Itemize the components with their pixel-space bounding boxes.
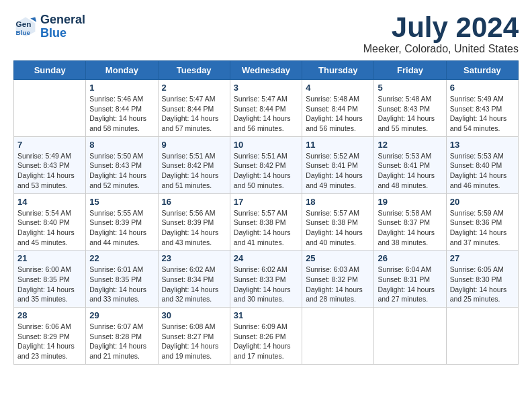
day-number: 14 bbox=[17, 197, 82, 207]
day-info: Sunrise: 5:54 AM Sunset: 8:40 PM Dayligh… bbox=[17, 208, 82, 248]
week-row-2: 7Sunrise: 5:49 AM Sunset: 8:43 PM Daylig… bbox=[14, 136, 519, 193]
day-number: 24 bbox=[234, 253, 298, 263]
day-info: Sunrise: 5:51 AM Sunset: 8:42 PM Dayligh… bbox=[162, 151, 226, 191]
logo-line2: Blue bbox=[40, 26, 66, 40]
calendar-table: SundayMondayTuesdayWednesdayThursdayFrid… bbox=[13, 60, 519, 365]
day-info: Sunrise: 6:02 AM Sunset: 8:34 PM Dayligh… bbox=[162, 265, 226, 304]
day-info: Sunrise: 6:00 AM Sunset: 8:35 PM Dayligh… bbox=[17, 265, 82, 304]
day-header-wednesday: Wednesday bbox=[230, 61, 302, 80]
week-row-5: 28Sunrise: 6:06 AM Sunset: 8:29 PM Dayli… bbox=[14, 308, 519, 365]
calendar-cell bbox=[446, 308, 518, 365]
header: Gen Blue General Blue July 2024 Meeker, … bbox=[13, 13, 519, 55]
day-info: Sunrise: 5:46 AM Sunset: 8:44 PM Dayligh… bbox=[89, 94, 154, 134]
day-number: 3 bbox=[234, 83, 298, 93]
logo-line1: General bbox=[40, 13, 85, 26]
day-info: Sunrise: 5:57 AM Sunset: 8:38 PM Dayligh… bbox=[306, 208, 370, 248]
day-number: 12 bbox=[378, 140, 442, 150]
calendar-cell: 1Sunrise: 5:46 AM Sunset: 8:44 PM Daylig… bbox=[86, 80, 158, 137]
day-number: 20 bbox=[450, 197, 515, 207]
logo: Gen Blue General Blue bbox=[13, 13, 85, 40]
calendar-cell: 9Sunrise: 5:51 AM Sunset: 8:42 PM Daylig… bbox=[158, 136, 230, 193]
calendar-cell: 29Sunrise: 6:07 AM Sunset: 8:28 PM Dayli… bbox=[86, 308, 158, 365]
logo-text: General Blue bbox=[40, 13, 85, 40]
day-info: Sunrise: 6:09 AM Sunset: 8:26 PM Dayligh… bbox=[234, 322, 298, 361]
day-number: 27 bbox=[450, 253, 515, 263]
day-info: Sunrise: 5:47 AM Sunset: 8:44 PM Dayligh… bbox=[162, 94, 226, 134]
day-number: 10 bbox=[234, 140, 298, 150]
calendar-cell: 12Sunrise: 5:53 AM Sunset: 8:41 PM Dayli… bbox=[374, 136, 446, 193]
day-number: 2 bbox=[162, 83, 226, 93]
day-info: Sunrise: 6:03 AM Sunset: 8:32 PM Dayligh… bbox=[306, 265, 370, 304]
calendar-cell bbox=[302, 308, 374, 365]
week-row-1: 1Sunrise: 5:46 AM Sunset: 8:44 PM Daylig… bbox=[14, 80, 519, 137]
day-info: Sunrise: 5:57 AM Sunset: 8:38 PM Dayligh… bbox=[234, 208, 298, 248]
day-info: Sunrise: 6:04 AM Sunset: 8:31 PM Dayligh… bbox=[378, 265, 442, 304]
day-number: 21 bbox=[17, 253, 82, 263]
calendar-cell: 19Sunrise: 5:58 AM Sunset: 8:37 PM Dayli… bbox=[374, 193, 446, 250]
day-info: Sunrise: 5:51 AM Sunset: 8:42 PM Dayligh… bbox=[234, 151, 298, 191]
day-header-friday: Friday bbox=[374, 61, 446, 80]
day-info: Sunrise: 6:06 AM Sunset: 8:29 PM Dayligh… bbox=[17, 322, 82, 361]
calendar-cell: 30Sunrise: 6:08 AM Sunset: 8:27 PM Dayli… bbox=[158, 308, 230, 365]
calendar-cell: 15Sunrise: 5:55 AM Sunset: 8:39 PM Dayli… bbox=[86, 193, 158, 250]
day-info: Sunrise: 5:49 AM Sunset: 8:43 PM Dayligh… bbox=[450, 94, 515, 134]
day-number: 23 bbox=[162, 253, 226, 263]
calendar-cell: 27Sunrise: 6:05 AM Sunset: 8:30 PM Dayli… bbox=[446, 250, 518, 308]
calendar-cell: 10Sunrise: 5:51 AM Sunset: 8:42 PM Dayli… bbox=[230, 136, 302, 193]
day-info: Sunrise: 5:52 AM Sunset: 8:41 PM Dayligh… bbox=[306, 151, 370, 191]
day-number: 9 bbox=[162, 140, 226, 150]
calendar-cell: 7Sunrise: 5:49 AM Sunset: 8:43 PM Daylig… bbox=[14, 136, 86, 193]
day-number: 19 bbox=[378, 197, 442, 207]
calendar-cell: 20Sunrise: 5:59 AM Sunset: 8:36 PM Dayli… bbox=[446, 193, 518, 250]
day-number: 13 bbox=[450, 140, 515, 150]
logo-icon: Gen Blue bbox=[13, 15, 38, 39]
day-number: 26 bbox=[378, 253, 442, 263]
day-info: Sunrise: 5:48 AM Sunset: 8:44 PM Dayligh… bbox=[306, 94, 370, 134]
day-info: Sunrise: 6:02 AM Sunset: 8:33 PM Dayligh… bbox=[234, 265, 298, 304]
day-info: Sunrise: 5:50 AM Sunset: 8:43 PM Dayligh… bbox=[89, 151, 154, 191]
day-number: 15 bbox=[89, 197, 154, 207]
day-number: 11 bbox=[306, 140, 370, 150]
day-number: 31 bbox=[234, 310, 298, 320]
day-number: 28 bbox=[17, 310, 82, 320]
day-info: Sunrise: 5:47 AM Sunset: 8:44 PM Dayligh… bbox=[234, 94, 298, 134]
calendar-cell: 3Sunrise: 5:47 AM Sunset: 8:44 PM Daylig… bbox=[230, 80, 302, 137]
svg-text:Gen: Gen bbox=[16, 19, 32, 28]
calendar-cell: 4Sunrise: 5:48 AM Sunset: 8:44 PM Daylig… bbox=[302, 80, 374, 137]
day-info: Sunrise: 5:53 AM Sunset: 8:41 PM Dayligh… bbox=[378, 151, 442, 191]
days-header-row: SundayMondayTuesdayWednesdayThursdayFrid… bbox=[14, 61, 519, 80]
calendar-cell: 31Sunrise: 6:09 AM Sunset: 8:26 PM Dayli… bbox=[230, 308, 302, 365]
day-info: Sunrise: 6:05 AM Sunset: 8:30 PM Dayligh… bbox=[450, 265, 515, 304]
day-info: Sunrise: 5:53 AM Sunset: 8:40 PM Dayligh… bbox=[450, 151, 515, 191]
day-number: 5 bbox=[378, 83, 442, 93]
calendar-cell bbox=[14, 80, 86, 137]
calendar-cell: 21Sunrise: 6:00 AM Sunset: 8:35 PM Dayli… bbox=[14, 250, 86, 308]
calendar-cell: 8Sunrise: 5:50 AM Sunset: 8:43 PM Daylig… bbox=[86, 136, 158, 193]
day-header-saturday: Saturday bbox=[446, 61, 518, 80]
day-number: 22 bbox=[89, 253, 154, 263]
day-info: Sunrise: 5:48 AM Sunset: 8:43 PM Dayligh… bbox=[378, 94, 442, 134]
day-number: 6 bbox=[450, 83, 515, 93]
calendar-cell: 13Sunrise: 5:53 AM Sunset: 8:40 PM Dayli… bbox=[446, 136, 518, 193]
calendar-cell: 14Sunrise: 5:54 AM Sunset: 8:40 PM Dayli… bbox=[14, 193, 86, 250]
svg-text:Blue: Blue bbox=[16, 28, 31, 36]
calendar-cell: 25Sunrise: 6:03 AM Sunset: 8:32 PM Dayli… bbox=[302, 250, 374, 308]
day-header-thursday: Thursday bbox=[302, 61, 374, 80]
day-number: 4 bbox=[306, 83, 370, 93]
day-info: Sunrise: 5:49 AM Sunset: 8:43 PM Dayligh… bbox=[17, 151, 82, 191]
day-header-tuesday: Tuesday bbox=[158, 61, 230, 80]
calendar-cell: 5Sunrise: 5:48 AM Sunset: 8:43 PM Daylig… bbox=[374, 80, 446, 137]
calendar-cell: 24Sunrise: 6:02 AM Sunset: 8:33 PM Dayli… bbox=[230, 250, 302, 308]
month-title: July 2024 bbox=[363, 13, 519, 42]
day-info: Sunrise: 5:55 AM Sunset: 8:39 PM Dayligh… bbox=[89, 208, 154, 248]
day-info: Sunrise: 5:58 AM Sunset: 8:37 PM Dayligh… bbox=[378, 208, 442, 248]
calendar-cell bbox=[374, 308, 446, 365]
day-number: 7 bbox=[17, 140, 82, 150]
day-number: 18 bbox=[306, 197, 370, 207]
calendar-cell: 18Sunrise: 5:57 AM Sunset: 8:38 PM Dayli… bbox=[302, 193, 374, 250]
title-area: July 2024 Meeker, Colorado, United State… bbox=[363, 13, 519, 55]
day-number: 30 bbox=[162, 310, 226, 320]
day-number: 17 bbox=[234, 197, 298, 207]
calendar-cell: 28Sunrise: 6:06 AM Sunset: 8:29 PM Dayli… bbox=[14, 308, 86, 365]
calendar-cell: 6Sunrise: 5:49 AM Sunset: 8:43 PM Daylig… bbox=[446, 80, 518, 137]
